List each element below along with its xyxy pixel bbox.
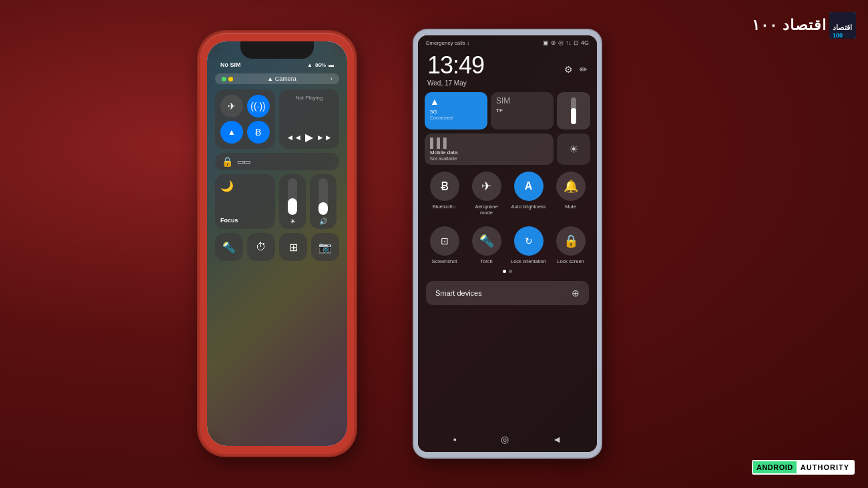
ios-focus-label: Focus: [220, 217, 270, 224]
iphone-screen: No SIM ▲ 86% ▬ ▲ Camera ›: [207, 41, 347, 446]
ios-volume-track: [318, 178, 328, 215]
ios-sliders: ☀ 🔊: [279, 174, 339, 229]
ios-focus-btn[interactable]: 🌙 Focus: [215, 174, 275, 229]
yellow-dot: [228, 77, 233, 81]
android-dot-1: [503, 270, 506, 273]
ios-battery: 86%: [315, 62, 326, 68]
ios-wifi-btn[interactable]: ▲: [220, 121, 243, 144]
android-smart-icon: ⊕: [572, 288, 580, 298]
ios-grid: ✈ ((·)) ▲ Ƀ Not Playing ◄◄ ▶ ►►: [215, 89, 339, 261]
android-airplane-label: Aeroplane mode: [468, 204, 505, 216]
android-screenshot-toggle[interactable]: ⊡ Screenshot: [426, 226, 463, 264]
android-smart-section: Smart devices ⊕: [418, 276, 597, 310]
android-icon3: ◎: [558, 39, 564, 46]
android-airplane-toggle[interactable]: ✈ Aeroplane mode: [468, 172, 505, 216]
ios-camera-btn[interactable]: 📷: [311, 233, 339, 261]
ios-volume-slider[interactable]: 🔊: [310, 174, 337, 229]
android-tf-tile[interactable]: SIM TF: [491, 92, 554, 130]
svg-text:اقتصاد: اقتصاد: [833, 23, 852, 31]
ios-connectivity-block[interactable]: ✈ ((·)) ▲ Ƀ: [215, 89, 275, 149]
ios-lock-row[interactable]: 🔒 ▭▭: [215, 153, 339, 170]
android-bluetooth-toggle[interactable]: Ƀ Bluetooth↓: [426, 172, 463, 216]
ios-flashlight-btn[interactable]: 🔦: [215, 233, 243, 261]
android-icon4: ↑↓: [566, 39, 572, 46]
ios-status-right: ▲ 86% ▬: [307, 62, 334, 68]
android-screen: Emergency calls ↓ ▣ ⊕ ◎ ↑↓ ⊡ 4G 13:49 We…: [418, 35, 597, 452]
android-autobright-toggle[interactable]: A Auto brightness: [510, 172, 547, 216]
android-lockorientation-circle: ↻: [514, 226, 544, 256]
ios-next-btn[interactable]: ►►: [316, 133, 333, 142]
ios-screen-mirror: ▭▭: [237, 158, 250, 166]
ios-brightness-track: [288, 178, 297, 215]
ios-media-controls: ◄◄ ▶ ►►: [284, 131, 334, 144]
android-dots: [418, 267, 597, 276]
ios-control-center: No SIM ▲ 86% ▬ ▲ Camera ›: [207, 41, 347, 446]
brightness-fill: [571, 108, 576, 124]
watermark-icon: اقتصاد 100: [829, 12, 856, 39]
android-toggles-row1: Ƀ Bluetooth↓ ✈ Aeroplane mode A Auto bri…: [418, 169, 597, 218]
android-mobile-tile[interactable]: ▌▌▌ Mobile data Not available: [425, 134, 554, 165]
brightness-slider: [571, 97, 576, 124]
ios-lock-icon: 🔒: [222, 156, 233, 167]
ios-prev-btn[interactable]: ◄◄: [286, 133, 302, 142]
android-lockscreen-toggle[interactable]: 🔒 Lock screen: [552, 226, 589, 264]
ios-media-player[interactable]: Not Playing ◄◄ ▶ ►►: [279, 89, 339, 149]
android-torch-toggle[interactable]: 🔦 Torch: [468, 226, 505, 264]
ios-wifi-icon: ▲: [307, 62, 312, 68]
iphone-container: No SIM ▲ 86% ▬ ▲ Camera ›: [200, 33, 354, 454]
android-nav-bar: ▪ ◎ ◄: [418, 427, 597, 452]
battery-icon: ▬: [329, 62, 334, 68]
authority-label: AUTHORITY: [797, 461, 853, 473]
android-time-area: 13:49 Wed, 17 May ⚙ ✏: [418, 49, 597, 92]
android-status-bar: Emergency calls ↓ ▣ ⊕ ◎ ↑↓ ⊡ 4G: [418, 35, 597, 49]
watermark-text: اقتصاد ۱۰۰: [752, 17, 827, 34]
ios-volume-fill: [318, 202, 328, 215]
ios-carrier: No SIM: [220, 61, 241, 68]
android-mobile-sublabel: Not available: [430, 156, 548, 161]
ios-timer-btn[interactable]: ⏱: [247, 233, 275, 261]
android-control-panel: Emergency calls ↓ ▣ ⊕ ◎ ↑↓ ⊡ 4G 13:49 We…: [418, 35, 597, 452]
android-toggles-grid1: Ƀ Bluetooth↓ ✈ Aeroplane mode A Auto bri…: [426, 172, 589, 216]
android-bluetooth-label: Bluetooth↓: [433, 204, 456, 210]
ios-bluetooth-btn[interactable]: Ƀ: [247, 121, 270, 144]
android-sun-icon: ☀: [569, 143, 578, 156]
ios-cellular-btn[interactable]: ((·)): [247, 95, 270, 117]
ios-airplane-btn[interactable]: ✈: [220, 95, 243, 117]
ios-status-bar: No SIM ▲ 86% ▬: [215, 61, 339, 68]
watermark: اقتصاد ۱۰۰ اقتصاد 100: [752, 12, 856, 39]
android-lockorientation-toggle[interactable]: ↻ Lock orientation: [510, 226, 547, 264]
android-time: 13:49: [427, 51, 484, 79]
ios-camera-bar[interactable]: ▲ Camera ›: [215, 73, 339, 84]
android-torch-label: Torch: [480, 258, 492, 264]
android-settings-icon[interactable]: ⚙: [564, 64, 573, 75]
iphone-notch: [240, 41, 314, 59]
green-dot: [222, 77, 226, 81]
android-recent-btn[interactable]: ▪: [453, 434, 457, 445]
ios-brightness-slider[interactable]: ☀: [279, 174, 306, 229]
android-status-icons: ▣ ⊕ ◎ ↑↓ ⊡ 4G: [543, 39, 589, 46]
android-date: Wed, 17 May: [427, 79, 484, 87]
android-mute-circle: 🔔: [556, 172, 586, 201]
android-wifi-sublabel: Connected: [430, 115, 482, 120]
android-dot-2: [509, 270, 512, 273]
android-edit-icon[interactable]: ✏: [580, 64, 588, 75]
ios-volume-icon: 🔊: [319, 218, 327, 225]
android-toggles-row2: ⊡ Screenshot 🔦 Torch ↻ Lock orientation: [418, 224, 597, 267]
android-brightness-tile[interactable]: [557, 92, 590, 130]
android-sun-tile[interactable]: ☀: [557, 134, 590, 165]
ios-play-btn[interactable]: ▶: [305, 131, 313, 144]
android-wifi-tile[interactable]: ▲ 5G Connected: [425, 92, 487, 130]
android-home-btn[interactable]: ◎: [501, 434, 509, 445]
android-label: ANDROID: [753, 461, 797, 473]
ios-calc-btn[interactable]: ⊞: [279, 233, 307, 261]
android-mobile-label: Mobile data: [430, 150, 548, 156]
android-autobright-label: Auto brightness: [511, 204, 546, 210]
android-autobright-circle: A: [514, 172, 544, 201]
svg-text:100: 100: [833, 32, 843, 39]
android-back-btn[interactable]: ◄: [552, 434, 562, 445]
android-tf-icon: SIM: [496, 96, 548, 105]
android-mute-label: Mute: [565, 204, 576, 210]
android-lockscreen-circle: 🔒: [556, 226, 586, 256]
android-mute-toggle[interactable]: 🔔 Mute: [552, 172, 589, 216]
android-smart-tile[interactable]: Smart devices ⊕: [426, 281, 589, 305]
